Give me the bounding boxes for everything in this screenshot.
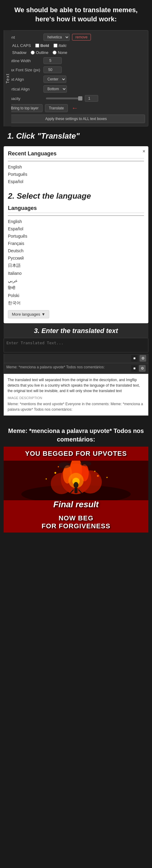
info-box: The translated text will separated from … xyxy=(4,374,148,415)
shadow-outline-none-row: Shadow Outline None xyxy=(7,50,145,55)
step3-container: 3. Enter the translated text xyxy=(4,323,148,338)
step2-label: 2. Select the language xyxy=(8,189,144,203)
meme-entry-row: Meme: *menciona a palavra upvote* Todos … xyxy=(4,363,148,374)
img-desc-label: IMAGE DESCRIPTION xyxy=(8,396,144,401)
toolbar-gear-icon[interactable]: ⚙ xyxy=(140,355,146,362)
translate-text-input[interactable] xyxy=(4,338,148,352)
arrow-icon: ← xyxy=(71,104,78,112)
svg-rect-19 xyxy=(74,488,78,493)
opacity-slider[interactable] xyxy=(46,97,82,99)
lang-russian[interactable]: Русский xyxy=(8,254,144,262)
entry-gear-icon[interactable]: ⚙ xyxy=(139,365,146,372)
none-radio[interactable] xyxy=(52,51,56,55)
toolbar-black-icon[interactable]: ■ xyxy=(131,355,138,362)
step1-container: 1. Click "Translate" xyxy=(0,128,152,144)
intro-section: We should be able to translate memes, he… xyxy=(0,0,152,28)
all-languages-list: English Español Português Français Deuts… xyxy=(8,218,144,307)
italic-label[interactable]: Italic xyxy=(53,43,67,48)
translation-input-section: ■ ⚙ xyxy=(4,338,148,363)
final-image-area: YOU BEGGED FOR UPVOTES xyxy=(4,447,148,533)
vertical-align-select[interactable]: Bottom Top Middle xyxy=(43,85,67,93)
opacity-row: Opacity xyxy=(7,95,145,102)
svg-point-11 xyxy=(94,471,96,472)
outline-width-label: Outline Width xyxy=(7,59,43,63)
chevron-down-icon: ▼ xyxy=(41,312,45,316)
svg-point-10 xyxy=(54,472,56,474)
font-row: Font helvetica remove xyxy=(7,33,145,41)
font-select[interactable]: helvetica xyxy=(43,33,70,41)
final-top-text: Meme: *menciona a palavra upvote* Todos … xyxy=(4,422,148,447)
all-languages-title: Languages xyxy=(8,205,144,213)
recent-languages-list: English Português Español xyxy=(8,163,144,185)
meme-entry-text: Meme: *menciona a palavra upvote* Todos … xyxy=(6,365,128,369)
settings-wrapper: Text Font helvetica remove ALL CAPS Bold xyxy=(4,30,148,126)
more-languages-button[interactable]: More languages ▼ xyxy=(8,310,49,318)
max-font-row: Max Font Size (px) xyxy=(7,66,145,73)
outline-width-row: Outline Width 5 xyxy=(7,57,145,64)
lang-japanese[interactable]: 日本語 xyxy=(8,262,144,270)
remove-button[interactable]: remove xyxy=(72,34,91,40)
opacity-label: Opacity xyxy=(7,96,43,101)
outline-radio-label[interactable]: Outline xyxy=(31,50,48,55)
svg-point-18 xyxy=(74,482,78,488)
entry-black-icon[interactable]: ■ xyxy=(131,365,138,372)
input-toolbar: ■ ⚙ xyxy=(4,354,148,363)
modal-close-button[interactable]: × xyxy=(143,149,145,154)
translate-button[interactable]: Translate xyxy=(45,104,68,112)
text-align-row: Text Align Center Left Right xyxy=(7,75,145,83)
action-buttons-row: Bring to top layer Translate ← xyxy=(7,104,145,112)
recent-lang-spanish[interactable]: Español xyxy=(8,178,144,185)
lang-korean[interactable]: 한국어 xyxy=(8,299,144,307)
meme-entry-icons: ■ ⚙ xyxy=(131,365,146,372)
lang-portuguese[interactable]: Português xyxy=(8,232,144,240)
img-desc-text: Meme: *mentions the word upvote* Everyon… xyxy=(8,402,143,412)
fire-art xyxy=(4,461,148,497)
text-panel-label: Text xyxy=(4,30,11,126)
fire-svg xyxy=(4,461,148,500)
bold-label[interactable]: Bold xyxy=(35,43,49,48)
text-align-select[interactable]: Center Left Right xyxy=(43,75,66,83)
caps-bold-italic-row: ALL CAPS Bold Italic xyxy=(7,43,145,48)
intro-text: We should be able to translate memes, he… xyxy=(14,6,138,23)
lang-french[interactable]: Français xyxy=(8,240,144,247)
max-font-label: Max Font Size (px) xyxy=(7,68,43,72)
step1-label: 1. Click "Translate" xyxy=(4,129,148,143)
bold-checkbox[interactable] xyxy=(35,43,39,48)
language-modal: × Recent Languages English Português Esp… xyxy=(4,146,148,323)
recent-lang-portuguese[interactable]: Português xyxy=(8,170,144,178)
info-main-text: The translated text will separated from … xyxy=(8,378,140,393)
font-label: Font xyxy=(7,35,43,40)
vertical-align-row: Vertical Align Bottom Top Middle xyxy=(7,85,145,93)
recent-lang-english[interactable]: English xyxy=(8,163,144,170)
lang-arabic[interactable]: عربي xyxy=(8,277,144,284)
settings-panel: Font helvetica remove ALL CAPS Bold Ital… xyxy=(4,30,148,126)
svg-point-14 xyxy=(46,478,47,479)
now-beg-text: NOW BEG FOR FORGIVENESS xyxy=(39,512,113,533)
lang-english[interactable]: English xyxy=(8,218,144,225)
svg-point-13 xyxy=(97,475,99,477)
final-section: Meme: *menciona a palavra upvote* Todos … xyxy=(4,422,148,533)
lang-spanish[interactable]: Español xyxy=(8,225,144,232)
lang-german[interactable]: Deutsch xyxy=(8,247,144,254)
vertical-align-label: Vertical Align xyxy=(7,87,43,91)
apply-all-button[interactable]: Apply these settings to ALL text boxes xyxy=(7,115,145,123)
opacity-value-input[interactable] xyxy=(85,95,98,102)
recent-languages-title: Recent Languages xyxy=(8,151,144,158)
svg-point-15 xyxy=(106,477,108,478)
lang-polish[interactable]: Polski xyxy=(8,292,144,299)
lang-hindi[interactable]: हिन्दी xyxy=(8,284,144,292)
none-radio-label[interactable]: None xyxy=(52,50,67,55)
italic-checkbox[interactable] xyxy=(53,43,58,48)
step3-label: 3. Enter the translated text xyxy=(7,325,145,337)
outline-radio[interactable] xyxy=(31,51,35,55)
svg-point-16 xyxy=(59,462,71,468)
max-font-input[interactable] xyxy=(43,66,62,73)
lang-italian[interactable]: Italiano xyxy=(8,270,144,277)
bring-to-top-button[interactable]: Bring to top layer xyxy=(7,104,43,112)
text-align-label: Text Align xyxy=(7,77,43,82)
outline-width-input[interactable]: 5 xyxy=(43,57,62,64)
svg-point-17 xyxy=(80,461,91,466)
step2-container: 2. Select the language xyxy=(8,188,144,204)
you-begged-text: YOU BEGGED FOR UPVOTES xyxy=(22,447,130,461)
